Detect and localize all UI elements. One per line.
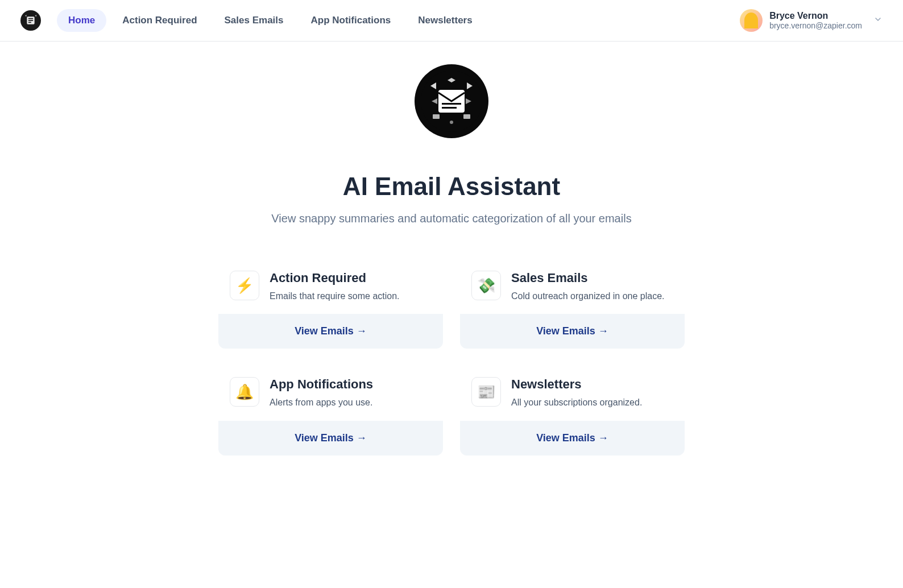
- card-description: Alerts from apps you use.: [270, 396, 432, 409]
- card-body: 💸 Sales Emails Cold outreach organized i…: [460, 259, 685, 314]
- svg-rect-4: [28, 22, 31, 23]
- card-title: Action Required: [270, 271, 432, 285]
- card-sales-emails: 💸 Sales Emails Cold outreach organized i…: [460, 259, 685, 349]
- view-emails-label: View Emails →: [295, 325, 367, 337]
- card-content: Newsletters All your subscriptions organ…: [511, 377, 673, 409]
- card-content: Action Required Emails that require some…: [270, 271, 432, 303]
- money-icon: 💸: [471, 271, 501, 300]
- user-name: Bryce Vernon: [769, 11, 862, 21]
- svg-rect-2: [28, 18, 33, 19]
- card-app-notifications: 🔔 App Notifications Alerts from apps you…: [218, 366, 443, 455]
- svg-point-11: [450, 121, 453, 124]
- bell-icon: 🔔: [230, 377, 259, 407]
- cards-grid: ⚡ Action Required Emails that require so…: [218, 259, 685, 456]
- svg-rect-8: [442, 107, 457, 109]
- nav-tabs: Home Action Required Sales Emails App No…: [57, 9, 484, 32]
- app-logo-icon[interactable]: [20, 10, 41, 31]
- hero-logo-icon: [415, 64, 488, 138]
- card-description: Cold outreach organized in one place.: [511, 290, 673, 303]
- card-action-required: ⚡ Action Required Emails that require so…: [218, 259, 443, 349]
- view-emails-label: View Emails →: [536, 325, 608, 337]
- view-emails-button[interactable]: View Emails →: [460, 314, 685, 349]
- page-subtitle: View snappy summaries and automatic cate…: [150, 212, 753, 225]
- card-content: Sales Emails Cold outreach organized in …: [511, 271, 673, 303]
- card-title: Sales Emails: [511, 271, 673, 285]
- newspaper-icon: 📰: [471, 377, 501, 407]
- tab-newsletters[interactable]: Newsletters: [407, 9, 483, 32]
- header: Home Action Required Sales Emails App No…: [0, 0, 903, 42]
- view-emails-button[interactable]: View Emails →: [460, 421, 685, 456]
- view-emails-button[interactable]: View Emails →: [218, 421, 443, 456]
- tab-action-required[interactable]: Action Required: [111, 9, 208, 32]
- page-title: AI Email Assistant: [150, 172, 753, 201]
- card-body: 📰 Newsletters All your subscriptions org…: [460, 366, 685, 420]
- main-content: AI Email Assistant View snappy summaries…: [139, 42, 764, 478]
- card-title: Newsletters: [511, 377, 673, 392]
- card-description: All your subscriptions organized.: [511, 396, 673, 409]
- header-left: Home Action Required Sales Emails App No…: [20, 9, 484, 32]
- user-info: Bryce Vernon bryce.vernon@zapier.com: [769, 11, 862, 30]
- card-newsletters: 📰 Newsletters All your subscriptions org…: [460, 366, 685, 455]
- card-title: App Notifications: [270, 377, 432, 392]
- card-content: App Notifications Alerts from apps you u…: [270, 377, 432, 409]
- lightning-icon: ⚡: [230, 271, 259, 300]
- card-body: 🔔 App Notifications Alerts from apps you…: [218, 366, 443, 420]
- svg-rect-3: [28, 20, 33, 21]
- avatar: [740, 9, 763, 32]
- view-emails-button[interactable]: View Emails →: [218, 314, 443, 349]
- svg-rect-7: [442, 103, 461, 105]
- view-emails-label: View Emails →: [536, 432, 608, 444]
- card-body: ⚡ Action Required Emails that require so…: [218, 259, 443, 314]
- svg-rect-10: [463, 114, 470, 119]
- svg-rect-9: [433, 114, 440, 119]
- view-emails-label: View Emails →: [295, 432, 367, 444]
- tab-home[interactable]: Home: [57, 9, 106, 32]
- user-menu[interactable]: Bryce Vernon bryce.vernon@zapier.com: [740, 9, 883, 32]
- card-description: Emails that require some action.: [270, 290, 432, 303]
- chevron-down-icon: [873, 15, 883, 26]
- tab-app-notifications[interactable]: App Notifications: [300, 9, 403, 32]
- user-email: bryce.vernon@zapier.com: [769, 21, 862, 30]
- tab-sales-emails[interactable]: Sales Emails: [213, 9, 295, 32]
